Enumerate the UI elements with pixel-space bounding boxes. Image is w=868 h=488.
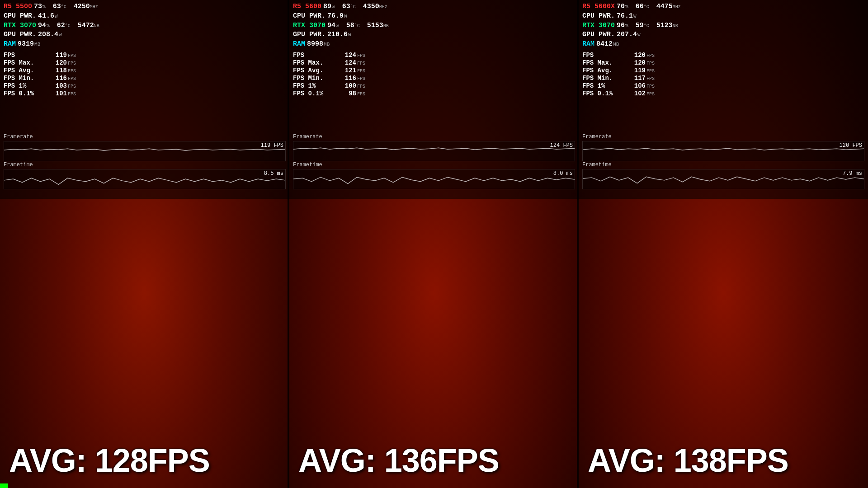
gpu-pwr-label-3: GPU PWR. [582,31,615,39]
gpu-freq-block-3: 5123NB [656,22,678,30]
ram-val-1: 9319 [18,40,34,49]
ram-row-2: RAM 8998MB [293,40,575,49]
fps-1pct-label-3: FPS 1% [582,82,625,89]
frametime-svg-1 [4,169,285,189]
avg-text-3: AVG: 138FPS [588,442,788,479]
gpu-pwr-row-1: GPU PWR. 208.4W [4,31,286,39]
cpu-freq-1: 4250 [74,3,90,11]
ram-val-3: 8412 [596,40,613,49]
framerate-graph-3: Framerate 120 FPS [579,134,868,161]
framerate-graph-2: Framerate 124 FPS [289,134,579,161]
cpu-label-1: R5 5500 [4,3,32,11]
fps-1pct-row-3: FPS 1% 106FPS [582,82,864,89]
ram-label-2: RAM [293,40,305,49]
framerate-svg-2 [293,141,575,161]
fps-label-2: FPS [293,52,336,59]
cpu-label-3: R5 5600X [582,3,615,11]
frametime-val-2: 8.0 ms [553,170,573,177]
gpu-pwr-row-3: GPU PWR. 207.4W [582,31,864,39]
fps-min-row-2: FPS Min. 116FPS [293,75,575,82]
fps-val-3: 120 [625,52,646,59]
cpu-usage-1: 73 [34,3,42,11]
avg-text-1: AVG: 128FPS [9,442,210,479]
framerate-label-3: Framerate [582,134,864,140]
fps-max-val-2: 124 [336,59,356,66]
fps-01pct-row-3: FPS 0.1% 102FPS [582,90,864,97]
gpu-label-1: RTX 3070 [4,22,36,30]
fps-section-3: FPS 120FPS FPS Max. 120FPS FPS Avg. 119F… [582,52,864,97]
fps-01pct-row-2: FPS 0.1% 98FPS [293,90,575,97]
fps-min-label-2: FPS Min. [293,75,336,82]
cpu-freq-block-2: 4350MHz [363,3,387,11]
cpu-row-1: R5 5500 73% 63°C 4250MHz [4,3,286,11]
gpu-label-3: RTX 3070 [582,22,615,30]
panel-1: R5 5500 73% 63°C 4250MHz CPU PWR. 41.6W … [0,0,289,488]
gpu-usage-3: 96 [617,22,625,30]
frametime-svg-3 [583,169,864,189]
cpu-temp-2: 63 [342,3,350,11]
fps-max-label-1: FPS Max. [4,59,47,66]
gpu-freq-2: 5153 [367,22,383,30]
fps-section-2: FPS 124FPS FPS Max. 124FPS FPS Avg. 121F… [293,52,575,97]
gpu-temp-1: 62 [57,22,65,30]
gpu-temp-3: 59 [636,22,644,30]
fps-01pct-label-2: FPS 0.1% [293,90,336,97]
frametime-val-3: 7.9 ms [843,170,862,177]
frametime-label-2: Frametime [293,162,575,168]
framerate-svg-1 [4,141,285,161]
fps-min-val-2: 116 [336,75,356,82]
gpu-usage-2: 94 [327,22,335,30]
frametime-container-3: 7.9 ms [582,169,864,189]
cpu-freq-block-1: 4250MHz [74,3,98,11]
fps-01pct-row-1: FPS 0.1% 101FPS [4,90,286,97]
gpu-pwr-val-1: 208.4 [38,31,58,39]
cpu-pwr-val-1: 41.6 [38,12,54,21]
fps-01pct-label-3: FPS 0.1% [582,90,625,97]
fps-1pct-row-1: FPS 1% 103FPS [4,82,286,89]
cpu-temp-block-1: 63°C [53,3,66,11]
cpu-usage-2: 89 [323,3,331,11]
fps-1pct-row-2: FPS 1% 100FPS [293,82,575,89]
gpu-label-2: RTX 3070 [293,22,326,30]
fps-1pct-val-3: 106 [625,82,646,89]
fps-max-row-1: FPS Max. 120FPS [4,59,286,66]
cpu-temp-block-3: 66°C [636,3,649,11]
gpu-row-1: RTX 3070 94% 62°C 5472NB [4,22,286,30]
fps-01pct-val-1: 101 [47,90,67,97]
avg-label-1: AVG: 128FPS [0,442,289,479]
fps-min-row-1: FPS Min. 116FPS [4,75,286,82]
frametime-container-2: 8.0 ms [293,169,575,189]
fps-max-label-3: FPS Max. [582,59,625,66]
cpu-pwr-label-3: CPU PWR. [582,12,615,21]
ram-row-1: RAM 9319MB [4,40,286,49]
fps-avg-val-2: 121 [336,67,356,74]
framerate-val-1: 119 FPS [261,142,283,149]
framerate-container-2: 124 FPS [293,141,575,161]
fps-max-val-3: 120 [625,59,646,66]
cpu-pwr-label-2: CPU PWR. [293,12,326,21]
framerate-svg-3 [583,141,864,161]
fps-1pct-val-2: 100 [336,82,356,89]
gpu-freq-3: 5123 [656,22,673,30]
cpu-row-3: R5 5600X 70% 66°C 4475MHz [582,3,864,11]
framerate-graph-1: Framerate 119 FPS [0,134,289,161]
gpu-freq-block-1: 5472NB [78,22,99,30]
fps-1pct-label-2: FPS 1% [293,82,336,89]
cpu-pwr-row-2: CPU PWR. 76.9W [293,12,575,21]
cpu-temp-block-2: 63°C [342,3,356,11]
framerate-label-2: Framerate [293,134,575,140]
gpu-freq-1: 5472 [78,22,94,30]
cpu-usage-3: 70 [617,3,625,11]
cpu-pwr-label-1: CPU PWR. [4,12,36,21]
fps-max-label-2: FPS Max. [293,59,336,66]
frametime-label-1: Frametime [4,162,286,168]
panel-2: R5 5600 89% 63°C 4350MHz CPU PWR. 76.9W … [289,0,579,488]
cpu-pwr-val-2: 76.9 [327,12,344,21]
cpu-label-2: R5 5600 [293,3,321,11]
gpu-freq-block-2: 5153NB [367,22,389,30]
cpu-pwr-row-1: CPU PWR. 41.6W [4,12,286,21]
gpu-temp-block-2: 58°C [346,22,360,30]
fps-avg-row-3: FPS Avg. 119FPS [582,67,864,74]
cpu-temp-3: 66 [636,3,644,11]
framerate-val-2: 124 FPS [550,142,573,149]
